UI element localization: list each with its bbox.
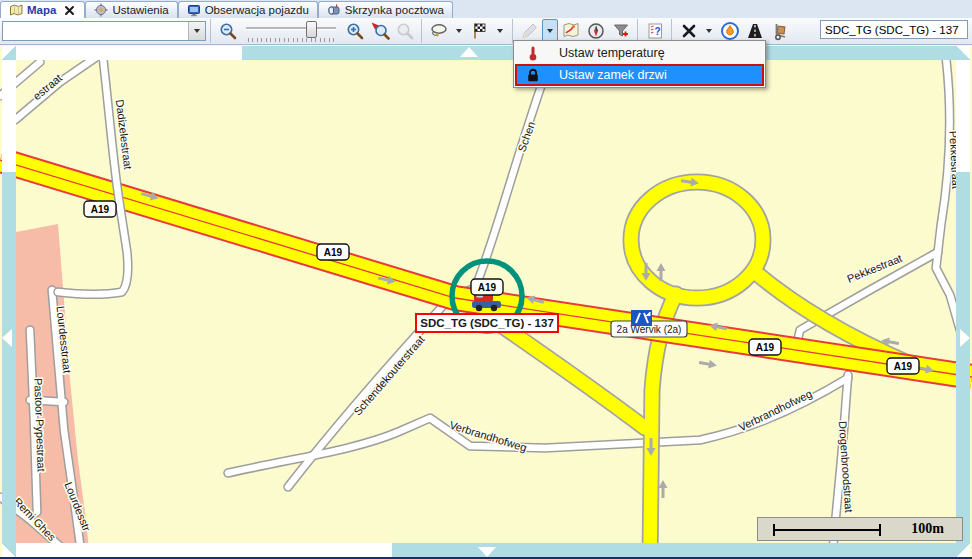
tab-label: Ustawienia — [112, 4, 168, 16]
thermometer-icon — [525, 45, 541, 61]
map-question-icon: ? — [645, 21, 665, 41]
scroll-thumb[interactable] — [956, 60, 970, 172]
chevron-down-icon — [497, 29, 503, 33]
zoom-in-icon — [345, 21, 365, 41]
menu-item-label: Ustaw temperaturę — [559, 46, 665, 60]
svg-text:A19: A19 — [894, 361, 913, 372]
zoom-selection-button[interactable] — [367, 19, 392, 44]
pan-left-arrow-icon[interactable] — [2, 329, 12, 347]
svg-text:A19: A19 — [324, 247, 343, 258]
handtruck-button[interactable] — [767, 19, 792, 44]
pan-corner-icon[interactable] — [2, 46, 16, 60]
svg-text:A19: A19 — [756, 342, 775, 353]
zoom-out-button[interactable] — [215, 19, 240, 44]
pan-corner-icon[interactable] — [956, 543, 970, 557]
pan-strip-top[interactable] — [2, 46, 956, 60]
svg-text:A19: A19 — [91, 204, 110, 215]
pan-up-arrow-icon[interactable] — [460, 47, 478, 57]
combo-dropdown-button[interactable] — [188, 22, 205, 40]
scale-line — [774, 529, 880, 531]
svg-text:SDC_TG (SDC_TG) - 137: SDC_TG (SDC_TG) - 137 — [420, 317, 554, 329]
lasso-select-button[interactable] — [426, 19, 451, 44]
svg-text:A19: A19 — [478, 282, 497, 293]
motorway-exit-icon — [631, 310, 652, 326]
scroll-thumb[interactable] — [16, 543, 392, 557]
tab-label: Obserwacja pojazdu — [205, 4, 309, 16]
mailbox-icon — [327, 3, 341, 17]
slider-ticks — [248, 38, 334, 42]
scale-bar: 100m — [757, 517, 963, 541]
menu-item-set-temperature[interactable]: Ustaw temperaturę — [515, 42, 764, 64]
scroll-thumb[interactable] — [16, 46, 242, 60]
gear-icon — [94, 3, 108, 17]
scale-tick — [879, 524, 881, 536]
pan-strip-left[interactable] — [2, 46, 16, 557]
road-icon — [745, 21, 765, 41]
pan-corner-icon[interactable] — [956, 46, 970, 60]
map-route-icon — [561, 21, 581, 41]
slider-thumb[interactable] — [306, 21, 317, 38]
menu-item-set-door-lock[interactable]: Ustaw zamek drzwi — [515, 64, 764, 86]
chevron-down-icon — [547, 29, 553, 33]
clear-x-icon — [679, 21, 699, 41]
svg-text:?: ? — [654, 26, 660, 37]
zoom-slider[interactable] — [244, 19, 338, 43]
scale-tick — [773, 524, 775, 536]
route-flag-button[interactable] — [467, 19, 492, 44]
checkered-flag-icon — [470, 21, 490, 41]
route-flag-dropdown-button[interactable] — [492, 19, 508, 44]
tab-mapa[interactable]: Mapa — [0, 1, 85, 18]
handtruck-icon — [770, 21, 790, 41]
layer-combo-input[interactable] — [3, 23, 188, 39]
selected-vehicle-input[interactable] — [820, 20, 968, 39]
close-icon[interactable] — [63, 4, 76, 17]
separator — [421, 19, 422, 43]
lasso-icon — [429, 21, 449, 41]
scale-label: 100m — [911, 521, 944, 537]
zoom-in-button[interactable] — [342, 19, 367, 44]
tab-label: Mapa — [27, 4, 56, 16]
map-viewport[interactable]: Dadizelestraat Lourdesstraat Lourdesstr … — [0, 45, 972, 559]
pan-strip-right[interactable] — [956, 46, 970, 557]
edit-disabled-icon — [520, 21, 540, 41]
zoom-back-button — [392, 19, 417, 44]
tab-bar: Mapa Ustawienia Obserwacja pojazdu — [0, 0, 972, 18]
vehicle-monitor-icon — [187, 3, 201, 17]
compass-icon — [586, 21, 606, 41]
tab-label: Skrzynka pocztowa — [345, 4, 444, 16]
zoom-disabled-icon — [395, 21, 415, 41]
map-icon — [9, 3, 23, 17]
alert-icon — [720, 21, 740, 41]
lock-icon — [525, 67, 541, 83]
toolbar: ? — [0, 18, 972, 45]
filter-add-icon — [611, 21, 631, 41]
chevron-down-icon — [456, 29, 462, 33]
layer-combo[interactable] — [2, 21, 206, 41]
pan-corner-icon[interactable] — [2, 543, 16, 557]
zoom-selection-icon — [370, 21, 390, 41]
vehicle-tooltip: SDC_TG (SDC_TG) - 137 — [416, 314, 558, 332]
pan-right-arrow-icon[interactable] — [960, 329, 970, 347]
pan-down-arrow-icon[interactable] — [478, 547, 496, 557]
slider-track[interactable] — [246, 27, 336, 30]
menu-item-label: Ustaw zamek drzwi — [559, 68, 667, 82]
zoom-out-icon — [218, 21, 238, 41]
lasso-dropdown-button[interactable] — [451, 19, 467, 44]
scroll-thumb[interactable] — [2, 60, 16, 172]
separator — [210, 19, 211, 43]
context-menu: Ustaw temperaturę Ustaw zamek drzwi — [513, 40, 766, 88]
tab-skrzynka-pocztowa[interactable]: Skrzynka pocztowa — [318, 1, 453, 18]
tab-obserwacja-pojazdu[interactable]: Obserwacja pojazdu — [178, 1, 318, 18]
chevron-down-icon — [194, 29, 200, 33]
application-window: Mapa Ustawienia Obserwacja pojazdu — [0, 0, 972, 559]
map-canvas[interactable]: Dadizelestraat Lourdesstraat Lourdesstr … — [0, 45, 972, 559]
chevron-down-icon — [706, 29, 712, 33]
tab-ustawienia[interactable]: Ustawienia — [85, 1, 177, 18]
